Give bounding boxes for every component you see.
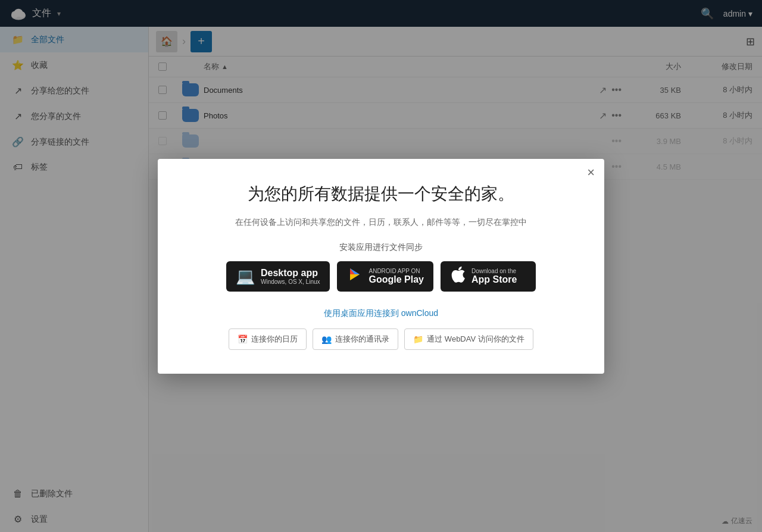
calendar-icon: 📅 [238,334,248,344]
modal-title: 为您的所有数据提供一个安全的家。 [188,183,574,205]
desktop-btn-sublabel: Windows, OS X, Linux [261,278,320,285]
google-play-btn-text: ANDROID APP ON Google Play [369,268,424,285]
connect-label-text: 使用桌面应用连接到 [324,308,399,318]
connect-label: 使用桌面应用连接到 ownCloud [188,308,574,319]
app-store-small-label: Download on the [471,268,517,274]
laptop-icon: 💻 [236,267,255,286]
connect-buttons-group: 📅 连接你的日历 👥 连接你的通讯录 📁 通过 WebDAV 访问你的文件 [188,328,574,350]
modal-close-button[interactable]: × [587,166,595,179]
app-store-btn-text: Download on the App Store [471,268,517,285]
modal-subtitle: 在任何设备上访问和共享您的文件，日历，联系人，邮件等等，一切尽在掌控中 [188,217,574,228]
connect-contacts-button[interactable]: 👥 连接你的通讯录 [313,328,398,350]
google-play-button[interactable]: ANDROID APP ON Google Play [337,261,433,292]
app-store-large-label: App Store [471,274,517,285]
desktop-btn-text: Desktop app Windows, OS X, Linux [261,268,320,285]
modal-overlay[interactable]: × 为您的所有数据提供一个安全的家。 在任何设备上访问和共享您的文件，日历，联系… [0,0,762,532]
desktop-btn-label: Desktop app [261,268,320,278]
connect-calendar-button[interactable]: 📅 连接你的日历 [229,328,307,350]
app-buttons-group: 💻 Desktop app Windows, OS X, Linux [188,261,574,292]
google-play-large-label: Google Play [369,274,424,285]
apple-icon [450,266,466,287]
owncloud-brand-label: ownCloud [401,308,438,318]
svg-marker-6 [350,274,360,280]
welcome-modal: × 为您的所有数据提供一个安全的家。 在任何设备上访问和共享您的文件，日历，联系… [158,159,604,374]
modal-app-label: 安装应用进行文件同步 [188,242,574,253]
app-store-button[interactable]: Download on the App Store [441,261,536,292]
connect-webdav-label: 通过 WebDAV 访问你的文件 [427,334,524,345]
google-play-small-label: ANDROID APP ON [369,268,424,274]
contacts-icon: 👥 [321,334,332,344]
connect-calendar-label: 连接你的日历 [251,334,298,345]
desktop-app-button[interactable]: 💻 Desktop app Windows, OS X, Linux [226,261,329,292]
folder-webdav-icon: 📁 [413,334,423,344]
google-play-icon [346,266,363,287]
connect-webdav-button[interactable]: 📁 通过 WebDAV 访问你的文件 [404,328,533,350]
connect-contacts-label: 连接你的通讯录 [335,334,389,345]
